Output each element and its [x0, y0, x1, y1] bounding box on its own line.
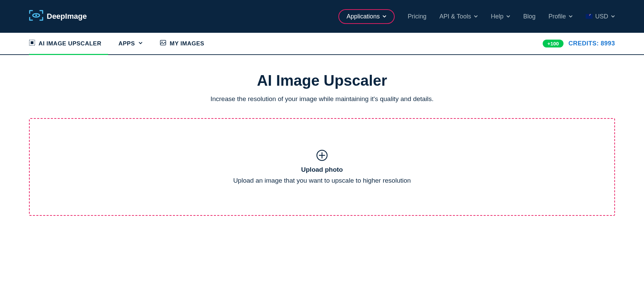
plus-circle-icon: [316, 150, 328, 163]
image-icon: [160, 40, 166, 47]
credits-label[interactable]: CREDITS: 8993: [568, 40, 615, 47]
chevron-down-icon: [611, 13, 615, 20]
subnav-my-images-label: MY IMAGES: [170, 40, 204, 47]
nav-blog-label: Blog: [523, 13, 536, 20]
nav-blog[interactable]: Blog: [523, 13, 536, 20]
chevron-down-icon: [382, 13, 386, 20]
subnav-right: +100 CREDITS: 8993: [543, 40, 615, 54]
chevron-down-icon: [138, 40, 143, 47]
upscale-icon: [29, 40, 35, 47]
nav-profile-label: Profile: [548, 13, 566, 20]
upload-subtitle: Upload an image that you want to upscale…: [233, 177, 411, 184]
nav-help[interactable]: Help: [491, 13, 510, 20]
svg-rect-3: [31, 41, 33, 44]
sub-nav: AI IMAGE UPSCALER APPS MY IMAGES +100 CR…: [0, 33, 644, 55]
main-content: AI Image Upscaler Increase the resolutio…: [0, 55, 644, 226]
subnav-upscaler[interactable]: AI IMAGE UPSCALER: [29, 40, 101, 54]
page-title: AI Image Upscaler: [29, 72, 615, 89]
nav-api-tools[interactable]: API & Tools: [439, 13, 478, 20]
nav-currency-label: USD: [595, 13, 608, 20]
upload-title: Upload photo: [301, 166, 343, 173]
chevron-down-icon: [474, 13, 478, 20]
subnav-apps-label: APPS: [118, 40, 135, 47]
nav-pricing-label: Pricing: [408, 13, 426, 20]
main-nav: Applications Pricing API & Tools Help Bl…: [338, 9, 615, 24]
logo-icon: [29, 10, 43, 23]
dropzone-inner: Upload photo Upload an image that you wa…: [36, 150, 608, 184]
nav-currency[interactable]: USD: [586, 13, 615, 20]
subnav-apps[interactable]: APPS: [118, 40, 143, 54]
subnav-my-images[interactable]: MY IMAGES: [160, 40, 204, 54]
credits-badge[interactable]: +100: [543, 40, 564, 47]
nav-pricing[interactable]: Pricing: [408, 13, 426, 20]
logo-text: DeepImage: [47, 12, 87, 21]
nav-applications-label: Applications: [347, 13, 380, 20]
logo[interactable]: DeepImage: [29, 10, 87, 23]
chevron-down-icon: [506, 13, 510, 20]
nav-api-tools-label: API & Tools: [439, 13, 471, 20]
top-header: DeepImage Applications Pricing API & Too…: [0, 0, 644, 33]
nav-applications[interactable]: Applications: [338, 9, 395, 24]
page-subtitle: Increase the resolution of your image wh…: [29, 95, 615, 103]
subnav-upscaler-label: AI IMAGE UPSCALER: [39, 40, 101, 47]
svg-point-1: [35, 15, 37, 16]
nav-help-label: Help: [491, 13, 503, 20]
svg-point-5: [162, 42, 163, 43]
nav-profile[interactable]: Profile: [548, 13, 573, 20]
upload-dropzone[interactable]: Upload photo Upload an image that you wa…: [29, 118, 615, 216]
uk-flag-icon: [586, 14, 592, 19]
chevron-down-icon: [569, 13, 573, 20]
